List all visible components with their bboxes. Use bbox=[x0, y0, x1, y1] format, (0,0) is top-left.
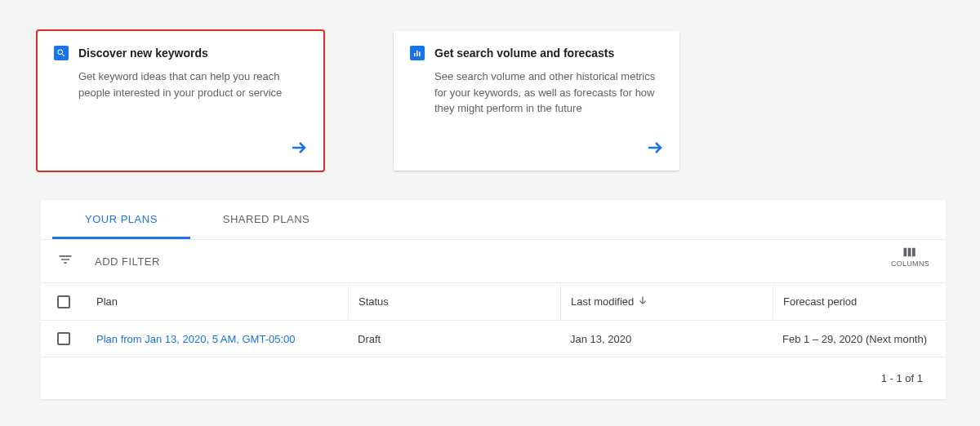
svg-rect-3 bbox=[419, 52, 421, 57]
svg-rect-1 bbox=[414, 53, 416, 56]
sort-desc-icon bbox=[637, 295, 648, 308]
volume-card-title: Get search volume and forecasts bbox=[434, 47, 614, 60]
plans-panel: YOUR PLANS SHARED PLANS ADD FILTER COLUM… bbox=[41, 200, 946, 399]
volume-forecasts-card[interactable]: Get search volume and forecasts See sear… bbox=[394, 31, 679, 171]
svg-rect-2 bbox=[416, 51, 418, 56]
svg-rect-5 bbox=[904, 248, 907, 257]
row-forecast-period: Feb 1 – 29, 2020 (Next month) bbox=[773, 322, 946, 357]
bar-chart-icon bbox=[410, 46, 425, 60]
filter-icon[interactable] bbox=[57, 251, 74, 271]
col-forecast-period[interactable]: Forecast period bbox=[773, 284, 946, 319]
table-header: Plan Status Last modified Forecast perio… bbox=[41, 283, 946, 321]
table-row: Plan from Jan 13, 2020, 5 AM, GMT-05:00 … bbox=[41, 321, 946, 357]
row-checkbox[interactable] bbox=[57, 332, 70, 345]
col-last-modified[interactable]: Last modified bbox=[560, 283, 773, 320]
tab-your-plans[interactable]: YOUR PLANS bbox=[52, 200, 190, 239]
tabs: YOUR PLANS SHARED PLANS bbox=[41, 200, 946, 240]
volume-card-desc: See search volume and other historical m… bbox=[410, 69, 663, 117]
table-footer: 1 - 1 of 1 bbox=[41, 357, 946, 399]
discover-card-title: Discover new keywords bbox=[78, 47, 208, 60]
add-filter-button[interactable]: ADD FILTER bbox=[95, 255, 160, 268]
row-status: Draft bbox=[348, 322, 560, 357]
arrow-right-icon bbox=[289, 138, 309, 161]
search-icon bbox=[54, 46, 69, 60]
svg-rect-6 bbox=[908, 248, 911, 257]
filter-bar: ADD FILTER COLUMNS bbox=[41, 240, 946, 283]
arrow-right-icon bbox=[645, 138, 665, 161]
col-status[interactable]: Status bbox=[348, 284, 560, 319]
plan-link[interactable]: Plan from Jan 13, 2020, 5 AM, GMT-05:00 bbox=[96, 333, 296, 345]
tab-shared-plans[interactable]: SHARED PLANS bbox=[190, 200, 342, 239]
columns-button[interactable]: COLUMNS bbox=[891, 246, 929, 268]
col-plan[interactable]: Plan bbox=[87, 284, 348, 319]
svg-rect-7 bbox=[912, 248, 915, 257]
columns-label: COLUMNS bbox=[891, 260, 929, 268]
discover-card-desc: Get keyword ideas that can help you reac… bbox=[54, 69, 307, 100]
select-all-checkbox[interactable] bbox=[57, 295, 70, 308]
discover-keywords-card[interactable]: Discover new keywords Get keyword ideas … bbox=[38, 31, 323, 171]
row-last-modified: Jan 13, 2020 bbox=[560, 322, 773, 357]
